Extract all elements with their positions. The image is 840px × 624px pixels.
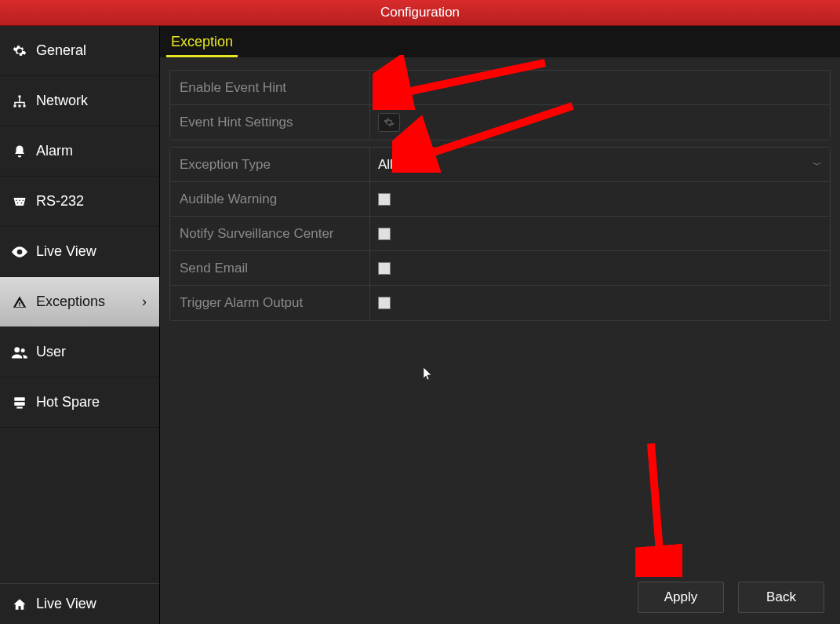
svg-rect-1 (14, 104, 16, 107)
sidebar-item-network[interactable]: Network (0, 76, 159, 126)
bell-icon (11, 143, 28, 160)
sidebar-item-label: Network (36, 93, 88, 109)
chevron-down-icon: ﹀ (813, 158, 822, 171)
svg-point-5 (21, 348, 25, 352)
svg-rect-8 (16, 407, 23, 408)
titlebar: Configuration (0, 0, 840, 26)
sidebar: General Network Alarm RS-232 (0, 26, 160, 624)
label-notify-surveillance-center: Notify Surveillance Center (170, 217, 370, 250)
home-icon (11, 596, 28, 613)
page-title: Configuration (380, 5, 460, 20)
sidebar-item-label: Alarm (36, 143, 73, 159)
checkbox-enable-event-hint[interactable] (378, 82, 391, 94)
event-hint-settings-button[interactable] (378, 113, 400, 132)
svg-rect-3 (24, 104, 26, 107)
select-exception-type[interactable]: All ﹀ (378, 148, 830, 181)
form-block-event-hint: Enable Event Hint Event Hint Settings (169, 70, 831, 140)
label-audible-warning: Audible Warning (170, 182, 370, 216)
tabbar: Exception (160, 26, 840, 57)
sidebar-item-general[interactable]: General (0, 26, 159, 76)
sidebar-bottom-liveview[interactable]: Live View (0, 583, 159, 624)
tab-exception[interactable]: Exception (166, 27, 238, 57)
users-icon (11, 344, 28, 361)
form-block-exception: Exception Type All ﹀ Audible Warning Not… (169, 147, 831, 321)
checkbox-send-email[interactable] (378, 262, 391, 275)
sidebar-item-liveview[interactable]: Live View (0, 227, 159, 277)
label-send-email: Send Email (170, 251, 370, 285)
chevron-right-icon: › (142, 294, 147, 310)
serial-icon (11, 193, 28, 210)
sidebar-item-hotspare[interactable]: Hot Spare (0, 378, 159, 428)
select-value: All (378, 157, 393, 173)
back-button[interactable]: Back (738, 582, 824, 613)
svg-rect-6 (14, 397, 25, 401)
network-icon (11, 93, 28, 110)
sidebar-item-label: Exceptions (36, 294, 105, 310)
gear-icon (384, 117, 395, 128)
sidebar-item-rs232[interactable]: RS-232 (0, 177, 159, 227)
main: Exception Enable Event Hint Event Hint S… (160, 26, 840, 624)
checkbox-audible-warning[interactable] (378, 193, 391, 206)
hotspare-icon (11, 394, 28, 411)
sidebar-item-label: RS-232 (36, 193, 84, 210)
label-exception-type: Exception Type (170, 148, 370, 181)
sidebar-item-label: Live View (36, 243, 96, 260)
sidebar-item-exceptions[interactable]: Exceptions › (0, 277, 159, 327)
svg-rect-2 (19, 104, 21, 107)
label-trigger-alarm-output: Trigger Alarm Output (170, 286, 370, 320)
eye-icon (11, 243, 28, 261)
gear-icon (11, 42, 28, 60)
svg-rect-0 (19, 95, 21, 97)
sidebar-item-label: Hot Spare (36, 394, 100, 411)
sidebar-bottom-label: Live View (36, 596, 96, 612)
warning-icon (11, 294, 28, 311)
checkbox-notify-surveillance-center[interactable] (378, 228, 391, 240)
sidebar-item-alarm[interactable]: Alarm (0, 126, 159, 177)
label-enable-event-hint: Enable Event Hint (170, 71, 370, 104)
svg-point-4 (14, 347, 20, 352)
sidebar-item-user[interactable]: User (0, 327, 159, 378)
apply-button[interactable]: Apply (638, 582, 724, 613)
label-event-hint-settings: Event Hint Settings (170, 105, 370, 140)
sidebar-item-label: General (36, 42, 86, 59)
sidebar-item-label: User (36, 344, 66, 360)
checkbox-trigger-alarm-output[interactable] (378, 297, 391, 309)
svg-rect-7 (14, 402, 25, 406)
